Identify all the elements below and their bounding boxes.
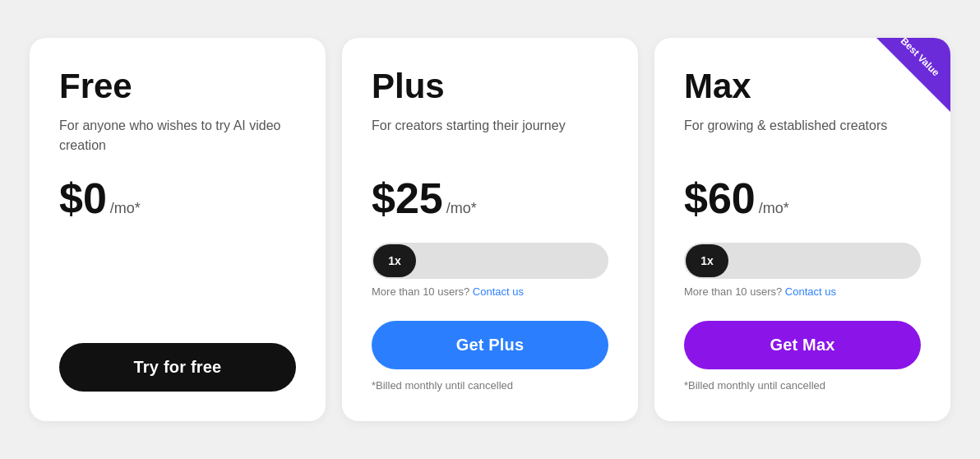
plus-contact-link[interactable]: Contact us (473, 285, 524, 298)
price-row-plus: $25 /mo* (372, 177, 608, 220)
price-suffix-plus: /mo* (446, 200, 477, 217)
plan-description-free: For anyone who wishes to try AI video cr… (59, 116, 296, 157)
plus-slider-thumb[interactable]: 1x (373, 244, 416, 277)
price-row-max: $60 /mo* (684, 177, 921, 220)
price-suffix-max: /mo* (759, 200, 789, 217)
plus-more-users-text: More than 10 users? Contact us (372, 285, 608, 298)
plan-description-plus: For creators starting their journey (372, 116, 608, 157)
plan-name-plus: Plus (372, 67, 608, 105)
price-amount-max: $60 (684, 177, 756, 220)
max-slider-label: 1x (700, 254, 714, 267)
max-more-users-text: More than 10 users? Contact us (684, 285, 921, 298)
try-for-free-button[interactable]: Try for free (59, 343, 296, 392)
max-contact-link[interactable]: Contact us (785, 285, 836, 298)
plus-billing-note: *Billed monthly until cancelled (372, 379, 608, 392)
best-value-ribbon: Best Value (876, 38, 950, 112)
best-value-text: Best Value (895, 38, 945, 81)
max-slider-thumb[interactable]: 1x (686, 244, 728, 277)
plus-slider-label: 1x (388, 254, 401, 267)
plus-slider[interactable]: 1x (372, 243, 608, 279)
get-plus-button[interactable]: Get Plus (372, 321, 608, 369)
plus-slider-section: 1x More than 10 users? Contact us (372, 243, 608, 314)
pricing-card-free: Free For anyone who wishes to try AI vid… (30, 38, 326, 420)
free-slider-spacer (59, 243, 296, 302)
pricing-card-plus: Plus For creators starting their journey… (342, 38, 638, 420)
pricing-container: Free For anyone who wishes to try AI vid… (5, 13, 975, 445)
max-billing-note: *Billed monthly until cancelled (684, 379, 921, 392)
price-suffix-free: /mo* (110, 200, 141, 217)
pricing-card-max: Best Value Max For growing & established… (654, 38, 950, 420)
get-max-button[interactable]: Get Max (684, 321, 921, 369)
max-slider[interactable]: 1x (684, 243, 921, 279)
free-spacer (59, 318, 296, 343)
plan-name-free: Free (59, 67, 296, 105)
price-amount-plus: $25 (372, 177, 443, 220)
price-amount-free: $0 (59, 177, 107, 220)
max-slider-section: 1x More than 10 users? Contact us (684, 243, 921, 314)
plan-description-max: For growing & established creators (684, 116, 921, 157)
price-row-free: $0 /mo* (59, 177, 296, 220)
